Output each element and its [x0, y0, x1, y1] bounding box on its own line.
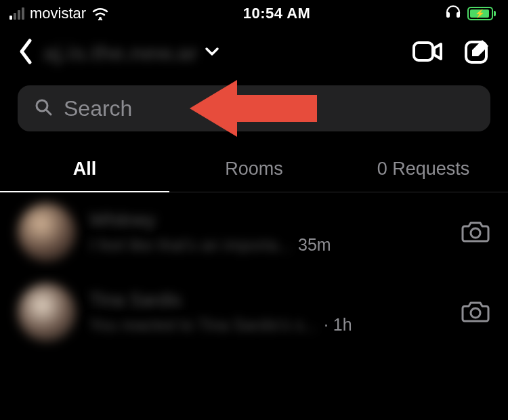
- tab-requests[interactable]: 0 Requests: [339, 148, 508, 192]
- status-right: ⚡: [444, 4, 496, 23]
- conversation-name: Tina Sardis: [89, 290, 440, 311]
- video-call-button[interactable]: [412, 40, 443, 66]
- tab-rooms[interactable]: Rooms: [169, 148, 339, 192]
- svg-point-0: [99, 17, 102, 20]
- conversation-list: Whitney I feel like that's an importa...…: [0, 192, 508, 352]
- compose-button[interactable]: [463, 38, 490, 68]
- conversation-snippet: You reacted to Tina Sardis's s...: [89, 316, 317, 335]
- status-left: movistar: [9, 5, 109, 22]
- conversation-row[interactable]: Tina Sardis You reacted to Tina Sardis's…: [0, 272, 508, 352]
- search-field[interactable]: [18, 85, 490, 131]
- conversation-time: 35m: [298, 235, 331, 255]
- avatar: [18, 203, 76, 261]
- conversation-row[interactable]: Whitney I feel like that's an importa...…: [0, 192, 508, 272]
- battery-icon: ⚡: [467, 7, 496, 20]
- conversation-name: Whitney: [89, 210, 440, 231]
- cellular-signal-icon: [9, 7, 24, 20]
- svg-point-9: [471, 308, 480, 318]
- inbox-tabs: All Rooms 0 Requests: [0, 148, 508, 192]
- svg-rect-2: [457, 12, 460, 18]
- headphones-icon: [444, 4, 462, 23]
- back-button[interactable]: [18, 38, 34, 68]
- status-bar: movistar 10:54 AM ⚡: [0, 0, 508, 24]
- conversation-snippet: I feel like that's an importa...: [89, 236, 291, 255]
- inbox-header: aj.is.the.new.ar: [0, 24, 508, 75]
- search-icon: [34, 98, 53, 119]
- search-container: [0, 75, 508, 137]
- svg-point-8: [471, 228, 480, 238]
- search-input[interactable]: [64, 96, 474, 121]
- svg-rect-1: [446, 12, 450, 18]
- avatar: [18, 283, 76, 341]
- wifi-icon: [91, 7, 109, 20]
- camera-button[interactable]: [461, 298, 490, 327]
- clock-label: 10:54 AM: [243, 5, 311, 22]
- account-switcher[interactable]: aj.is.the.new.ar: [43, 41, 402, 66]
- carrier-label: movistar: [30, 5, 86, 22]
- chevron-down-icon: [205, 47, 219, 59]
- conversation-body: Whitney I feel like that's an importa...…: [89, 210, 440, 255]
- svg-rect-3: [414, 43, 433, 60]
- tab-all[interactable]: All: [0, 148, 169, 192]
- conversation-body: Tina Sardis You reacted to Tina Sardis's…: [89, 290, 440, 335]
- account-username: aj.is.the.new.ar: [43, 41, 198, 66]
- svg-line-6: [46, 110, 51, 114]
- conversation-time: · 1h: [324, 315, 352, 335]
- camera-button[interactable]: [461, 218, 490, 247]
